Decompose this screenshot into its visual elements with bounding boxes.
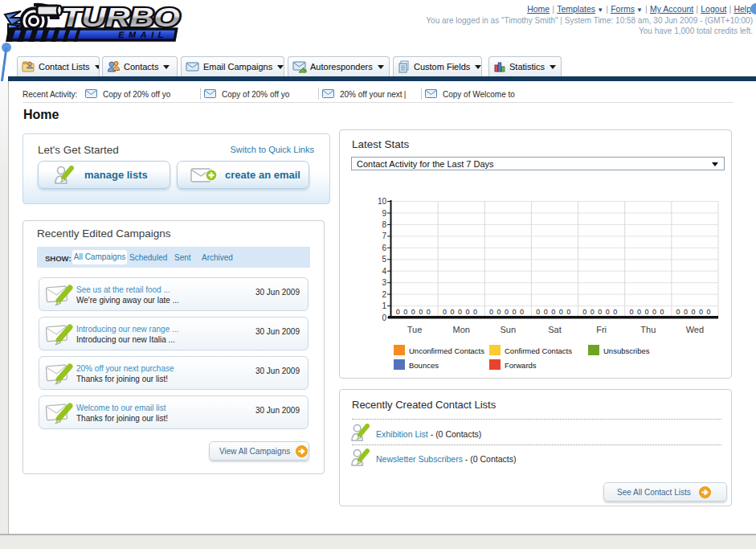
svg-text:0: 0 xyxy=(582,308,586,316)
svg-text:0: 0 xyxy=(473,308,477,316)
svg-text:0: 0 xyxy=(497,308,501,316)
svg-text:0: 0 xyxy=(699,308,703,316)
svg-text:Wed: Wed xyxy=(686,325,704,334)
svg-text:0: 0 xyxy=(520,308,524,316)
svg-text:0: 0 xyxy=(644,308,648,316)
svg-text:Mon: Mon xyxy=(452,325,469,334)
svg-text:6: 6 xyxy=(382,244,386,252)
svg-text:0: 0 xyxy=(707,308,711,316)
svg-text:0: 0 xyxy=(684,308,688,316)
svg-text:0: 0 xyxy=(450,308,454,316)
svg-text:0: 0 xyxy=(536,308,540,316)
svg-text:2: 2 xyxy=(382,290,386,299)
svg-text:0: 0 xyxy=(458,308,462,316)
svg-text:0: 0 xyxy=(396,308,400,316)
svg-text:0: 0 xyxy=(606,308,610,316)
svg-text:0: 0 xyxy=(505,308,509,316)
svg-text:0: 0 xyxy=(419,308,423,316)
svg-text:8: 8 xyxy=(382,220,386,229)
svg-text:0: 0 xyxy=(427,308,431,316)
svg-text:Thu: Thu xyxy=(640,325,656,334)
svg-text:0: 0 xyxy=(613,308,617,316)
svg-text:0: 0 xyxy=(652,308,656,316)
svg-text:9: 9 xyxy=(382,209,386,218)
svg-text:0: 0 xyxy=(551,308,555,316)
svg-text:0: 0 xyxy=(598,308,602,316)
svg-text:0: 0 xyxy=(544,308,548,316)
svg-text:Sun: Sun xyxy=(501,325,517,334)
svg-text:0: 0 xyxy=(382,313,386,322)
svg-text:10: 10 xyxy=(378,197,387,206)
svg-text:0: 0 xyxy=(590,308,595,316)
svg-text:0: 0 xyxy=(676,308,680,316)
svg-text:Tue: Tue xyxy=(407,325,423,334)
svg-text:4: 4 xyxy=(382,267,386,276)
svg-text:Sat: Sat xyxy=(548,325,562,334)
svg-text:0: 0 xyxy=(443,308,447,316)
svg-text:0: 0 xyxy=(489,308,493,316)
svg-text:0: 0 xyxy=(566,308,570,316)
svg-text:EMAIL: EMAIL xyxy=(117,30,169,39)
svg-text:0: 0 xyxy=(559,308,563,316)
svg-text:7: 7 xyxy=(382,231,386,240)
svg-text:0: 0 xyxy=(411,308,415,316)
svg-text:5: 5 xyxy=(382,255,386,264)
svg-text:0: 0 xyxy=(512,308,516,316)
svg-text:1: 1 xyxy=(382,301,386,310)
svg-text:0: 0 xyxy=(403,308,407,316)
svg-text:Fri: Fri xyxy=(596,325,607,334)
svg-text:0: 0 xyxy=(465,308,469,316)
svg-text:0: 0 xyxy=(629,308,633,316)
svg-text:0: 0 xyxy=(692,308,696,316)
svg-text:3: 3 xyxy=(382,278,386,287)
svg-text:0: 0 xyxy=(637,308,641,316)
svg-text:0: 0 xyxy=(660,308,664,316)
